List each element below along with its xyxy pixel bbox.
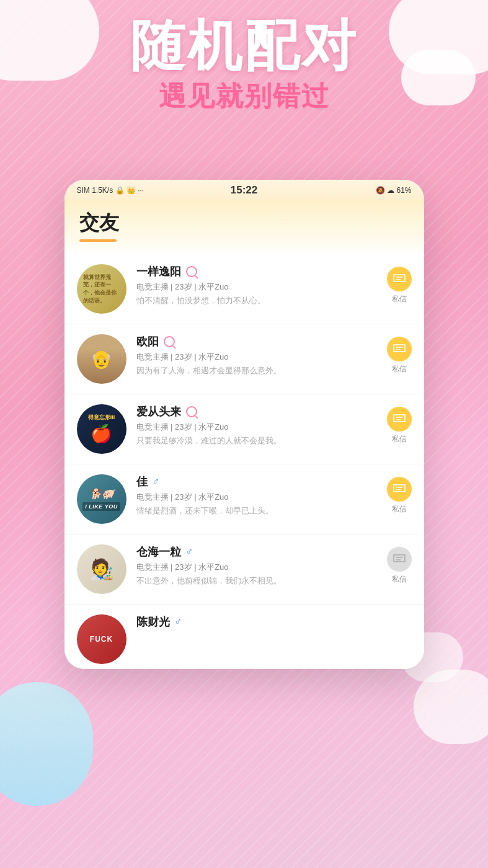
user-bio: 因为有了人海，相遇才会显得那么意外。 bbox=[136, 365, 379, 376]
user-meta: 电竞主播 | 23岁 | 水平Zuo bbox=[136, 492, 379, 503]
user-info: 欧阳 电竞主播 | 23岁 | 水平Zuo 因为有了人海，相遇才会显得那么意外。 bbox=[136, 334, 379, 376]
avatar-image: 🧑‍🎨 bbox=[77, 544, 126, 594]
list-item: 👴 欧阳 电竞主播 | 23岁 | 水平Zuo 因为有了人海，相遇才会显得那么意… bbox=[64, 324, 424, 394]
avatar-image: 就算世界荒芜，还有一个，他会是你的话语。 bbox=[81, 271, 123, 307]
user-name-row: 欧阳 bbox=[136, 334, 379, 349]
list-item: 得意忘形III 🍎 爱从头来 电竞主播 | 23岁 | 水平Zuo 只要我足够冷… bbox=[64, 394, 424, 464]
avatar[interactable]: 🐕🐖 I LIKE YOU bbox=[77, 474, 126, 524]
sim-info: SIM 1.5K/s 🔒 👑 ··· bbox=[77, 186, 144, 195]
gender-male-icon: ♂ bbox=[175, 616, 182, 627]
user-bio: 情绪是烈酒，还未下喉，却早已上头。 bbox=[136, 505, 379, 516]
user-info: 一样逸阳 电竞主播 | 23岁 | 水平Zuo 怕不清醒，怕没梦想，怕力不从心。 bbox=[136, 264, 379, 306]
private-message-button[interactable]: 私信 bbox=[387, 337, 412, 374]
button-label: 私信 bbox=[392, 434, 407, 445]
user-list: 就算世界荒芜，还有一个，他会是你的话语。 一样逸阳 电竞主播 | 23岁 | 水… bbox=[64, 254, 424, 669]
status-right: 🔕 ☁ 61% bbox=[376, 186, 412, 195]
message-icon bbox=[393, 554, 406, 565]
phone-mockup: SIM 1.5K/s 🔒 👑 ··· 15:22 🔕 ☁ 61% 交友 就算世界… bbox=[64, 180, 424, 669]
avatar[interactable]: 就算世界荒芜，还有一个，他会是你的话语。 bbox=[77, 264, 126, 314]
user-info: 爱从头来 电竞主播 | 23岁 | 水平Zuo 只要我足够冷漠，难过的人就不会是… bbox=[136, 404, 379, 446]
user-name-row: 一样逸阳 bbox=[136, 264, 379, 279]
user-bio: 不出意外，他前程似锦，我们永不相见。 bbox=[136, 575, 379, 587]
user-meta: 电竞主播 | 23岁 | 水平Zuo bbox=[136, 422, 379, 433]
user-name-row: 爱从头来 bbox=[136, 404, 379, 419]
user-meta: 电竞主播 | 23岁 | 水平Zuo bbox=[136, 281, 379, 293]
user-name: 陈财光 bbox=[136, 614, 170, 629]
message-icon-circle bbox=[387, 267, 412, 291]
button-label: 私信 bbox=[392, 574, 407, 585]
status-time: 15:22 bbox=[231, 184, 257, 197]
avatar[interactable]: 得意忘形III 🍎 bbox=[77, 404, 126, 454]
search-icon bbox=[164, 336, 175, 347]
avatar[interactable]: FUCK bbox=[77, 614, 126, 664]
gender-male-icon: ♂ bbox=[186, 546, 193, 557]
private-message-button[interactable]: 私信 bbox=[387, 267, 412, 304]
status-bar: SIM 1.5K/s 🔒 👑 ··· 15:22 🔕 ☁ 61% bbox=[64, 180, 424, 200]
message-icon bbox=[393, 414, 406, 425]
user-info: 仓海一粒 ♂ 电竞主播 | 23岁 | 水平Zuo 不出意外，他前程似锦，我们永… bbox=[136, 544, 379, 587]
list-item: 🧑‍🎨 仓海一粒 ♂ 电竞主播 | 23岁 | 水平Zuo 不出意外，他前程似锦… bbox=[64, 534, 424, 604]
user-name-row: 仓海一粒 ♂ bbox=[136, 544, 379, 559]
message-icon-circle bbox=[387, 547, 412, 572]
user-info: 佳 ♂ 电竞主播 | 23岁 | 水平Zuo 情绪是烈酒，还未下喉，却早已上头。 bbox=[136, 474, 379, 516]
message-icon-circle bbox=[387, 407, 412, 432]
private-message-button[interactable]: 私信 bbox=[387, 407, 412, 445]
user-name: 一样逸阳 bbox=[136, 264, 181, 279]
avatar[interactable]: 👴 bbox=[77, 334, 126, 384]
user-name: 欧阳 bbox=[136, 334, 159, 349]
button-label: 私信 bbox=[392, 364, 407, 374]
hero-subtitle: 遇见就别错过 bbox=[0, 78, 488, 115]
button-label: 私信 bbox=[392, 504, 407, 515]
avatar-image: 得意忘形III 🍎 bbox=[84, 410, 119, 448]
list-item: 就算世界荒芜，还有一个，他会是你的话语。 一样逸阳 电竞主播 | 23岁 | 水… bbox=[64, 254, 424, 324]
user-bio: 只要我足够冷漠，难过的人就不会是我。 bbox=[136, 435, 379, 446]
status-left: SIM 1.5K/s 🔒 👑 ··· bbox=[77, 186, 144, 195]
avatar[interactable]: 🧑‍🎨 bbox=[77, 544, 126, 594]
app-title: 交友 bbox=[79, 210, 409, 237]
signal-info: 🔕 ☁ 61% bbox=[376, 186, 412, 195]
user-meta: 电竞主播 | 23岁 | 水平Zuo bbox=[136, 562, 379, 573]
list-item: FUCK 陈财光 ♂ bbox=[64, 604, 424, 669]
message-icon bbox=[393, 273, 406, 285]
user-info: 陈财光 ♂ bbox=[136, 614, 412, 632]
user-bio: 怕不清醒，怕没梦想，怕力不从心。 bbox=[136, 295, 379, 306]
search-icon bbox=[186, 266, 197, 277]
private-message-button[interactable]: 私信 bbox=[387, 547, 412, 585]
gender-male-icon: ♂ bbox=[153, 476, 160, 487]
private-message-button[interactable]: 私信 bbox=[387, 477, 412, 515]
avatar-image: 🐕🐖 I LIKE YOU bbox=[79, 474, 123, 524]
list-item: 🐕🐖 I LIKE YOU 佳 ♂ 电竞主播 | 23岁 | 水平Zuo 情绪是… bbox=[64, 464, 424, 534]
message-icon bbox=[393, 343, 406, 355]
message-icon-circle bbox=[387, 337, 412, 361]
user-name-row: 佳 ♂ bbox=[136, 474, 379, 489]
avatar-image: 👴 bbox=[77, 334, 126, 384]
search-icon bbox=[186, 406, 197, 417]
user-name: 仓海一粒 bbox=[136, 544, 181, 559]
cloud-decoration bbox=[0, 682, 93, 806]
user-name-row: 陈财光 ♂ bbox=[136, 614, 412, 629]
title-underline bbox=[79, 239, 117, 242]
hero-title: 随机配对 bbox=[0, 19, 488, 73]
avatar-image: FUCK bbox=[77, 614, 126, 664]
user-meta: 电竞主播 | 23岁 | 水平Zuo bbox=[136, 352, 379, 363]
user-name: 爱从头来 bbox=[136, 404, 181, 419]
button-label: 私信 bbox=[392, 294, 407, 304]
message-icon bbox=[393, 484, 406, 495]
app-header: 交友 bbox=[64, 200, 424, 254]
user-name: 佳 bbox=[136, 474, 148, 489]
hero-section: 随机配对 遇见就别错过 bbox=[0, 19, 488, 115]
message-icon-circle bbox=[387, 477, 412, 502]
